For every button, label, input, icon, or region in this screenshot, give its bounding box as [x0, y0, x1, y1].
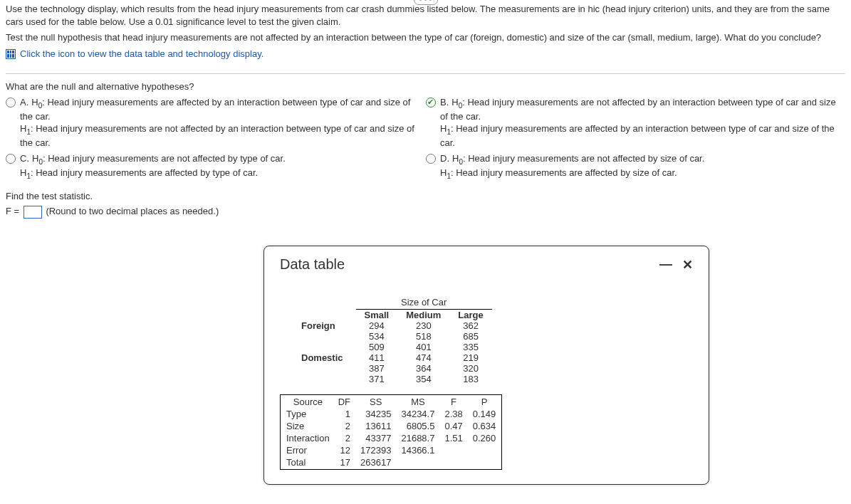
intro-paragraph-2: Test the null hypothesis that head injur…	[6, 31, 845, 44]
f-prefix: F =	[6, 206, 19, 217]
find-statistic-label: Find the test statistic.	[6, 191, 845, 201]
f-input[interactable]	[24, 206, 42, 219]
radio-A[interactable]	[6, 98, 16, 107]
option-A[interactable]: A.H0: Head injury measurements are affec…	[6, 96, 419, 149]
intro-paragraph-1: Use the technology display, which result…	[6, 3, 845, 28]
option-B[interactable]: B.H0: Head injury measurements are not a…	[426, 96, 846, 149]
option-D-h0: Head injury measurements are not affecte…	[468, 153, 704, 164]
option-B-h1: Head injury measurements are affected by…	[440, 123, 835, 148]
option-C-h0: Head injury measurements are not affecte…	[48, 153, 286, 164]
f-hint: (Round to two decimal places as needed.)	[46, 206, 219, 217]
view-data-link[interactable]: Click the icon to view the data table an…	[6, 48, 845, 61]
option-B-h0: Head injury measurements are not affecte…	[440, 97, 836, 122]
option-D-h1: Head injury measurements are affected by…	[456, 167, 677, 178]
table-icon	[6, 49, 16, 59]
question-hypotheses: What are the null and alternative hypoth…	[6, 81, 845, 92]
radio-B[interactable]	[426, 98, 436, 107]
option-A-h1: Head injury measurements are not affecte…	[20, 123, 414, 148]
radio-C[interactable]	[6, 154, 16, 164]
option-C[interactable]: C.H0: Head injury measurements are not a…	[6, 152, 419, 181]
option-A-h0: Head injury measurements are affected by…	[20, 97, 410, 122]
option-C-h1: Head injury measurements are affected by…	[36, 167, 258, 178]
option-D[interactable]: D.H0: Head injury measurements are not a…	[426, 152, 846, 181]
radio-D[interactable]	[426, 154, 436, 164]
view-data-link-label: Click the icon to view the data table an…	[20, 48, 263, 61]
